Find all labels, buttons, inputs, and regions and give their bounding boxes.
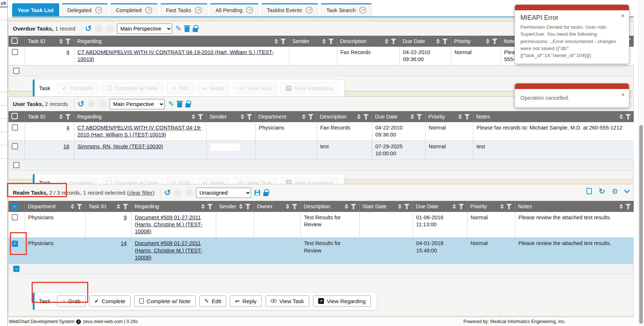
task-id-link[interactable]: 16 (63, 143, 69, 149)
sort-icon[interactable] (192, 114, 195, 119)
filter-funnel-icon[interactable] (363, 114, 369, 120)
column-header-regarding[interactable]: Regarding (74, 36, 289, 47)
sort-icon[interactable] (345, 204, 348, 209)
info-icon[interactable]: i (76, 319, 81, 324)
regarding-link[interactable]: Document #509 01-27-2011 (Harris, Christ… (135, 215, 203, 234)
view-task-button[interactable]: View Task (266, 295, 309, 307)
filter-funnel-icon[interactable] (492, 39, 498, 44)
task-id-link[interactable]: 4 (66, 49, 69, 55)
column-header-notes[interactable]: Notes (515, 201, 634, 212)
edit-pencil-icon[interactable]: ✎ (175, 25, 181, 32)
nav-forward-icon[interactable]: › (99, 100, 106, 108)
column-header-sender[interactable]: Sender (289, 36, 337, 47)
perspective-select[interactable]: Unassigned (196, 188, 251, 198)
column-header-due-date[interactable]: Due Date (413, 201, 467, 212)
sort-icon[interactable] (302, 114, 306, 119)
tab-tasklist-events[interactable]: Tasklist Events↗ (261, 3, 318, 16)
new-document-icon[interactable] (587, 188, 592, 194)
sort-icon[interactable] (59, 114, 63, 119)
filter-funnel-icon[interactable] (198, 114, 203, 120)
lock-icon[interactable] (193, 28, 198, 32)
column-header-regarding[interactable]: Regarding (74, 111, 206, 122)
sort-icon[interactable] (274, 39, 278, 44)
task-id-link[interactable]: 14 (121, 240, 127, 246)
trailing-checkbox[interactable] (13, 68, 19, 74)
nav-forward-icon[interactable]: › (106, 25, 114, 32)
sort-icon[interactable] (619, 204, 623, 209)
regarding-link[interactable]: CT ABDOMEN/PELVIS WITH IV CONTRAST 04-19… (78, 49, 274, 62)
sort-icon[interactable] (619, 114, 623, 119)
select-all-checkbox[interactable]: – (11, 203, 18, 210)
task-id-link[interactable]: 4 (66, 125, 69, 131)
refresh-icon[interactable]: ↺ (164, 189, 171, 197)
select-all-header-cell[interactable] (8, 36, 25, 47)
task-id-link[interactable]: 9 (124, 215, 127, 220)
filter-funnel-icon[interactable] (65, 39, 71, 44)
popout-icon[interactable]: ↗ (359, 7, 366, 14)
edit-pencil-icon[interactable]: ✎ (168, 100, 174, 107)
filter-funnel-icon[interactable] (458, 204, 464, 209)
sort-icon[interactable] (357, 114, 361, 119)
filter-funnel-icon[interactable] (280, 39, 286, 44)
filter-funnel-icon[interactable] (464, 114, 470, 120)
complete-button[interactable]: ✔Complete (89, 295, 131, 307)
trailing-checkbox[interactable]: – (13, 266, 19, 272)
filter-funnel-icon[interactable] (292, 204, 298, 209)
column-header-department[interactable]: Department (255, 111, 317, 122)
column-header-description[interactable]: Description (317, 111, 372, 122)
sort-icon[interactable] (410, 114, 414, 119)
filter-funnel-icon[interactable] (65, 114, 71, 120)
column-header-priority[interactable]: Priority (425, 111, 473, 122)
regarding-link[interactable]: CT ABDOMEN/PELVIS WITH IV CONTRAST 04-19… (78, 125, 202, 138)
nav-back-icon[interactable]: ‹ (95, 25, 103, 32)
delete-trash-icon[interactable] (177, 102, 182, 107)
lock-icon[interactable] (263, 192, 268, 196)
perspective-select[interactable]: Main Perspective (110, 99, 165, 109)
filter-funnel-icon[interactable] (506, 204, 512, 209)
sort-icon[interactable] (201, 204, 205, 209)
sort-icon[interactable] (59, 39, 63, 44)
filter-funnel-icon[interactable] (404, 204, 410, 209)
column-header-sender[interactable]: Sender (216, 201, 254, 212)
vertical-scrollbar-thumb[interactable] (639, 125, 643, 324)
filter-funnel-icon[interactable] (122, 204, 128, 209)
gear-icon[interactable]: ⚙ (612, 188, 618, 195)
perspective-select[interactable]: Main Perspective (117, 24, 172, 34)
column-header-owner[interactable]: Owner (254, 201, 300, 212)
nav-back-icon[interactable]: ‹ (88, 100, 95, 108)
reload-icon[interactable]: ↻ (598, 187, 605, 195)
popout-icon[interactable]: ↗ (246, 7, 253, 14)
column-header-start-date[interactable]: Start Date (359, 201, 413, 212)
column-header-due-date[interactable]: Due Date (372, 111, 425, 122)
trailing-checkbox[interactable] (13, 162, 19, 168)
column-header-priority[interactable]: Priority (467, 201, 515, 212)
row-checkbox[interactable] (12, 214, 18, 220)
column-header-task-id[interactable]: Task ID (85, 201, 131, 212)
select-all-checkbox[interactable] (11, 113, 18, 119)
filter-funnel-icon[interactable] (625, 204, 631, 209)
column-header-notes[interactable]: Notes (473, 111, 634, 122)
sort-icon[interactable] (452, 204, 456, 209)
column-header-task-id[interactable]: Task ID (25, 36, 74, 47)
refresh-icon[interactable]: ↺ (85, 25, 92, 33)
row-checkbox[interactable] (12, 124, 18, 131)
lock-icon[interactable] (185, 103, 191, 107)
sort-icon[interactable] (385, 39, 388, 44)
sort-icon[interactable] (500, 204, 504, 209)
refresh-icon[interactable]: ↺ (78, 100, 84, 108)
filter-funnel-icon[interactable] (308, 114, 314, 120)
filter-funnel-icon[interactable] (245, 204, 251, 209)
column-header-task-id[interactable]: Task ID (25, 111, 74, 122)
row-checkbox[interactable] (12, 143, 18, 149)
column-header-description[interactable]: Description (337, 36, 399, 47)
filter-funnel-icon[interactable] (351, 204, 356, 209)
close-icon[interactable]: × (621, 91, 625, 98)
sort-icon[interactable] (436, 39, 440, 44)
sort-icon[interactable] (458, 114, 462, 119)
filter-funnel-icon[interactable] (391, 39, 396, 44)
tab-fast-tasks[interactable]: Fast Tasks↗ (160, 3, 207, 16)
select-all-checkbox[interactable] (11, 38, 18, 44)
filter-funnel-icon[interactable] (246, 114, 252, 120)
popout-icon[interactable]: ↗ (145, 7, 152, 14)
column-header-due-date[interactable]: Due Date (399, 36, 451, 47)
